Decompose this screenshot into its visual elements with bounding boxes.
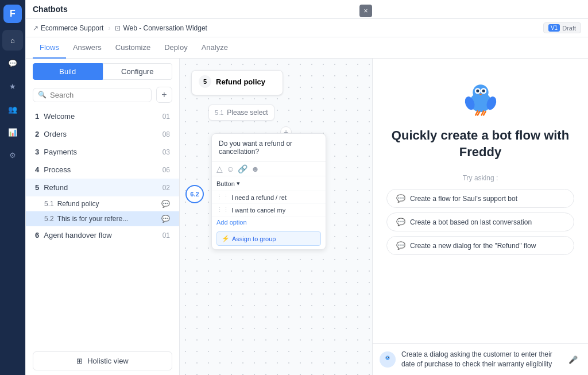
suggestion-button-3[interactable]: 💬 Create a new dialog for the "Refund" f… xyxy=(386,236,574,255)
sidebar-icon-star[interactable]: ★ xyxy=(2,76,23,96)
tab-deploy[interactable]: Deploy xyxy=(157,37,194,59)
close-button[interactable]: × xyxy=(359,5,372,17)
search-input[interactable] xyxy=(50,91,146,99)
flow-item-process[interactable]: 4 Process 06 xyxy=(26,161,179,179)
sub-item-refund-policy[interactable]: 5.1 Refund policy 💬 xyxy=(26,196,179,211)
suggestion-icon-1: 💬 xyxy=(396,194,405,203)
add-option-label: Add option xyxy=(216,219,247,226)
flow-num-3: 3 xyxy=(35,148,39,156)
build-configure-bar: Build Configure xyxy=(26,59,179,84)
node-5-title: Refund policy xyxy=(216,78,265,86)
page-title: Chatbots xyxy=(33,5,68,14)
flow-list: 1 Welcome 01 2 Orders 08 3 Payments 03 4… xyxy=(26,105,179,347)
flow-count-2: 08 xyxy=(163,130,170,138)
flow-item-orders[interactable]: 2 Orders 08 xyxy=(26,125,179,143)
node-5-1-num: 5.1 xyxy=(215,109,223,116)
emoji-icon[interactable]: ☺ xyxy=(226,164,234,173)
flow-count-6: 01 xyxy=(163,231,170,239)
flow-num-1: 1 xyxy=(35,112,39,121)
chat-icon-5-1: 💬 xyxy=(161,200,170,208)
button-label[interactable]: Button ▾ xyxy=(216,180,321,187)
node-5-header: 5 Refund policy xyxy=(199,75,276,88)
suggestion-text-2: Create a bot based on last conversation xyxy=(410,218,532,226)
tab-analyze[interactable]: Analyze xyxy=(195,37,235,59)
flow-name-3: Payments xyxy=(44,148,162,156)
tab-flows[interactable]: Flows xyxy=(33,37,66,59)
search-bar: 🔍 + xyxy=(26,84,179,105)
suggestion-icon-2: 💬 xyxy=(396,218,405,226)
node-5[interactable]: 5 Refund policy xyxy=(191,70,283,95)
configure-button[interactable]: Configure xyxy=(103,63,173,80)
suggestion-button-2[interactable]: 💬 Create a bot based on last conversatio… xyxy=(386,212,574,231)
tab-answers[interactable]: Answers xyxy=(66,37,109,59)
flow-item-welcome[interactable]: 1 Welcome 01 xyxy=(26,107,179,125)
node-5-1[interactable]: 5.1 Please select xyxy=(208,105,274,121)
option-item-1[interactable]: ⋮⋮ I need a refund / ret xyxy=(212,191,326,204)
flow-name-6: Agent handover flow xyxy=(44,231,162,239)
emoji2-icon[interactable]: ☻ xyxy=(251,164,260,173)
triangle-icon[interactable]: △ xyxy=(216,164,223,173)
breadcrumb-item-1[interactable]: ↗ Ecommerce Support xyxy=(33,24,103,32)
main-content: Chatbots × ↗ Ecommerce Support › ⊡ Web -… xyxy=(25,0,588,375)
sub-item-reference[interactable]: 5.2 This is for your refere... 💬 xyxy=(26,211,179,226)
option-item-2[interactable]: ⋮⋮ I want to cancel my xyxy=(212,204,326,217)
link-icon[interactable]: 🔗 xyxy=(238,164,247,173)
tab-customize[interactable]: Customize xyxy=(109,37,157,59)
option-text-2: I want to cancel my xyxy=(231,207,285,214)
app-logo: F xyxy=(3,5,22,23)
bolt-icon: ⚡ xyxy=(222,235,230,242)
flow-count-4: 06 xyxy=(163,166,170,174)
breadcrumb-item-2[interactable]: ⊡ Web - Conversation Widget xyxy=(115,24,207,32)
dialog-toolbar: △ ☺ 🔗 ☻ xyxy=(212,162,326,176)
sub-num-5-2: 5.2 xyxy=(44,215,54,223)
trend-icon: ↗ xyxy=(33,24,38,32)
node-5-num: 5 xyxy=(199,75,211,88)
drag-handle-2: ⋮⋮ xyxy=(216,206,229,214)
holistic-view-label: Holistic view xyxy=(87,357,129,365)
suggestion-button-1[interactable]: 💬 Create a flow for Saul's support bot xyxy=(386,189,574,208)
build-button[interactable]: Build xyxy=(33,63,103,80)
option-text-1: I need a refund / ret xyxy=(231,194,287,201)
left-panel: Build Configure 🔍 + 1 Welcome 01 2 xyxy=(26,59,180,375)
svg-point-5 xyxy=(482,90,485,92)
sidebar-icon-settings[interactable]: ⚙ xyxy=(2,145,23,165)
assign-label: Assign to group xyxy=(232,235,276,242)
assign-to-group-button[interactable]: ⚡ Assign to group xyxy=(216,231,321,246)
freddy-panel: Quickly create a bot flow with Freddy Tr… xyxy=(372,59,588,375)
freddy-avatar xyxy=(380,351,396,368)
flow-name-1: Welcome xyxy=(44,112,162,121)
suggestion-text-1: Create a flow for Saul's support bot xyxy=(410,195,517,203)
flow-item-payments[interactable]: 3 Payments 03 xyxy=(26,143,179,161)
flow-name-2: Orders xyxy=(44,130,162,138)
drag-handle-1: ⋮⋮ xyxy=(216,194,229,201)
draft-badge: V1 Draft xyxy=(543,22,581,33)
add-flow-button[interactable]: + xyxy=(156,87,172,103)
mic-button[interactable]: 🎤 xyxy=(565,351,581,368)
flow-count-3: 03 xyxy=(163,148,170,156)
try-asking-label: Try asking : xyxy=(463,174,498,182)
breadcrumb-separator: › xyxy=(108,24,110,32)
sidebar-icon-home[interactable]: ⌂ xyxy=(2,30,23,51)
search-input-wrap: 🔍 xyxy=(33,88,152,102)
add-option-button[interactable]: Add option xyxy=(212,217,326,228)
svg-point-1 xyxy=(473,84,488,100)
sub-name-5-1: Refund policy xyxy=(57,200,161,208)
sidebar-icon-people[interactable]: 👥 xyxy=(2,99,23,119)
status-label: Draft xyxy=(562,25,576,32)
suggestion-icon-3: 💬 xyxy=(396,241,405,250)
flow-item-refund[interactable]: 5 Refund 02 xyxy=(26,179,179,196)
freddy-prompt-text: Create a dialog asking the customer to e… xyxy=(401,350,559,369)
sidebar-icon-chat[interactable]: 💬 xyxy=(2,53,23,74)
button-label-text: Button xyxy=(216,180,235,187)
freddy-footer: Create a dialog asking the customer to e… xyxy=(373,343,588,375)
flow-item-agent-handover[interactable]: 6 Agent handover flow 01 xyxy=(26,226,179,244)
sidebar-icon-graph[interactable]: 📊 xyxy=(2,122,23,142)
node-6-2[interactable]: 6.2 xyxy=(185,185,204,203)
node-5-1-label: Please select xyxy=(227,109,268,117)
flow-count-5: 02 xyxy=(163,184,170,192)
svg-point-4 xyxy=(476,90,479,92)
svg-point-15 xyxy=(386,357,387,358)
freddy-header: Quickly create a bot flow with Freddy Tr… xyxy=(373,59,588,343)
holistic-view-button[interactable]: ⊞ Holistic view xyxy=(33,351,172,370)
sub-num-5-1: 5.1 xyxy=(44,200,54,208)
